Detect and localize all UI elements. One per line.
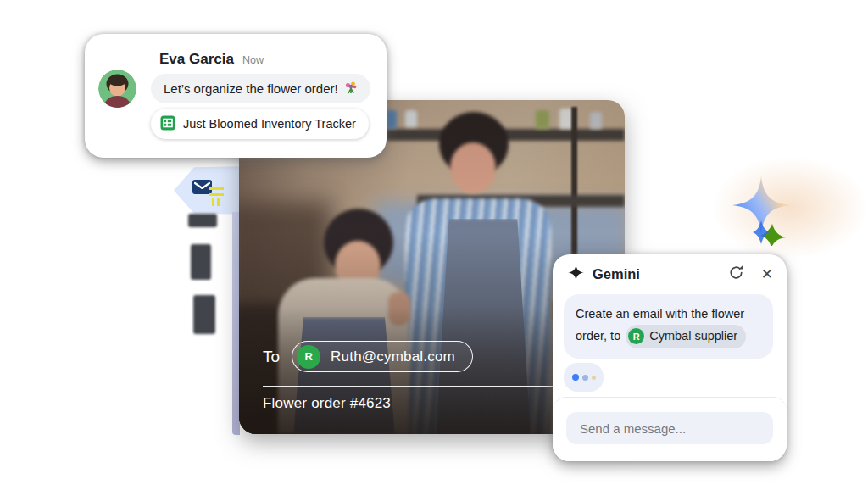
bouquet-emoji: [344, 81, 358, 97]
supplier-avatar: R: [628, 328, 644, 344]
shadow-smudge: [191, 244, 211, 280]
shadow-smudge: [193, 295, 215, 334]
gemini-header: Gemini ✕: [568, 265, 773, 283]
message-input[interactable]: [566, 412, 773, 444]
supplier-chip-label: Cymbal supplier: [649, 326, 737, 347]
gemini-user-message: Create an email with the flower order, t…: [564, 294, 773, 359]
chat-message-text: Let’s organize the flower order!: [164, 81, 338, 96]
gemini-sparkle-icon: [732, 176, 790, 246]
email-subject: Flower order #4623: [263, 395, 391, 412]
shadow-smudge: [188, 214, 217, 227]
close-icon[interactable]: ✕: [761, 267, 773, 281]
recipient-pill[interactable]: R Ruth@cymbal.com: [292, 341, 473, 372]
attachment-label: Just Bloomed Inventory Tracker: [183, 117, 356, 131]
attachment-chip[interactable]: Just Bloomed Inventory Tracker: [151, 109, 369, 139]
chat-bubble: Let’s organize the flower order!: [151, 74, 370, 103]
avatar: [98, 70, 136, 108]
recipient-avatar: R: [297, 345, 320, 369]
gemini-title: Gemini: [593, 266, 640, 282]
to-label: To: [263, 348, 280, 366]
gemini-input-area: [553, 397, 787, 461]
refresh-icon[interactable]: [728, 265, 744, 284]
timestamp: Now: [242, 54, 264, 66]
recipient-email: Ruth@cymbal.com: [331, 348, 455, 365]
supplier-chip[interactable]: R Cymbal supplier: [626, 325, 746, 348]
gemini-panel: Gemini ✕ Create an email with the flower…: [553, 254, 787, 461]
typing-indicator: [564, 363, 604, 392]
sender-name: Eva Garcia: [159, 51, 234, 68]
google-sheets-icon: [160, 115, 175, 133]
chat-message-card: Eva Garcia Now Let’s organize the flower…: [85, 34, 387, 158]
gemini-star-icon: [568, 265, 584, 284]
marketing-collage: To R Ruth@cymbal.com Flower order #4623 …: [0, 0, 868, 496]
email-to-row: To R Ruth@cymbal.com: [263, 341, 473, 372]
